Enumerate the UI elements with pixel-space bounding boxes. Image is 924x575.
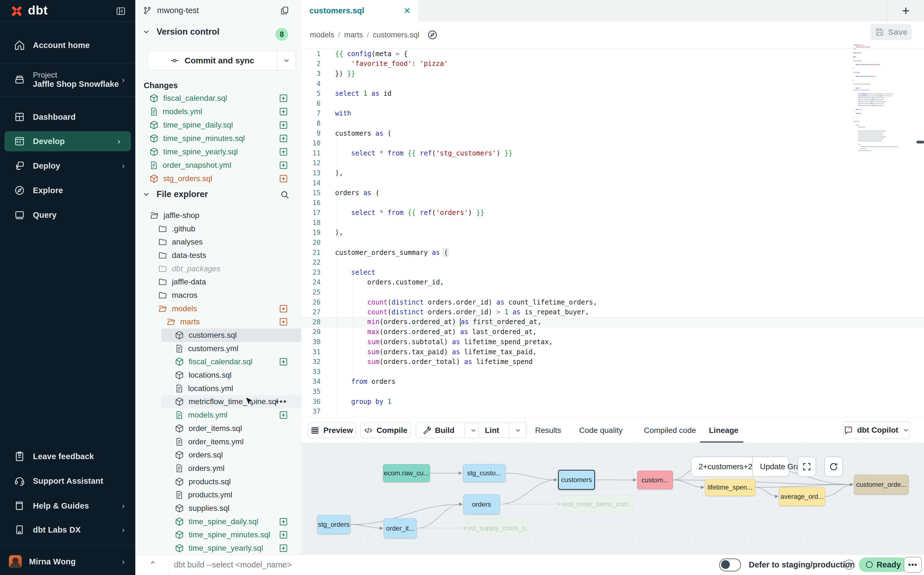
code-line-30[interactable]: 30 sum(orders.subtotal) as lifetime_spen…	[301, 337, 924, 347]
tree-item-customers-sql[interactable]: customers.sql	[161, 329, 301, 342]
code-line-6[interactable]: 6	[301, 98, 924, 109]
sidebar-item-help-guides[interactable]: Help & Guides ›	[0, 496, 135, 516]
lineage-node-cos[interactable]: customer_orde...	[854, 475, 909, 494]
lineage-node-stgc[interactable]: stg_custo...	[463, 464, 506, 482]
preview-button[interactable]: Preview	[308, 423, 356, 438]
build-button[interactable]: Build	[416, 423, 482, 438]
code-editor[interactable]: 1{{ config(meta = {2 'favorite_food': 'p…	[301, 49, 924, 417]
defer-toggle[interactable]	[719, 559, 741, 571]
change-row[interactable]: time_spine_minutes.sql	[135, 132, 301, 145]
code-line-8[interactable]: 8	[301, 118, 924, 129]
tree-item-metricflow-time-spine-sql[interactable]: metricflow_time_spine.sql•••	[161, 395, 301, 409]
tree-item-fiscal-calendar-sql[interactable]: fiscal_calendar.sql	[135, 355, 301, 369]
code-line-11[interactable]: 11 select * from {{ ref('stg_customers')…	[301, 148, 924, 158]
chevron-up-icon[interactable]: ⌃	[149, 560, 156, 569]
code-line-24[interactable]: 24 orders.customer_id,	[301, 278, 924, 288]
code-line-32[interactable]: 32 sum(orders.order_total) as lifetime_s…	[301, 357, 924, 367]
sidebar-item-dbt-labs-dx[interactable]: dbt Labs DX ›	[0, 520, 135, 540]
change-row[interactable]: order_snapshot.yml	[135, 159, 301, 172]
code-line-4[interactable]: 4	[301, 79, 924, 89]
lineage-search-input[interactable]: 2+customers+2	[691, 462, 753, 471]
tree-item-jaffle-shop[interactable]: jaffle-shop	[135, 209, 301, 222]
help-icon[interactable]: ?	[844, 560, 854, 570]
code-line-18[interactable]: 18	[301, 218, 924, 228]
tree-item-order-items-sql[interactable]: order_items.sql	[135, 422, 301, 435]
code-line-7[interactable]: 7with	[301, 109, 924, 119]
change-row[interactable]: fiscal_calendar.sql	[135, 92, 301, 105]
lineage-node-stgo[interactable]: stg_orders	[317, 515, 350, 534]
scrollbar-thumb[interactable]	[916, 141, 924, 143]
tree-item-order-items-yml[interactable]: order_items.yml	[135, 435, 301, 449]
file-explorer-header[interactable]: File explorer	[142, 189, 208, 199]
code-line-5[interactable]: 5select 1 as id	[301, 89, 924, 98]
code-line-2[interactable]: 2 'favorite_food': 'pizza'	[301, 59, 924, 69]
lineage-node-torder[interactable]: test_order_items_com...	[563, 495, 634, 513]
dbt-copilot-button[interactable]: dbt Copilot	[843, 421, 910, 439]
sidebar-item-leave-feedback[interactable]: Leave feedback	[0, 446, 135, 466]
branch-name[interactable]: mwong-test	[157, 6, 199, 15]
stage-file-button[interactable]	[279, 107, 288, 116]
tree-item-time-spine-minutes-sql[interactable]: time_spine_minutes.sql	[135, 528, 301, 542]
code-line-12[interactable]: 12	[301, 158, 924, 168]
more-options-button[interactable]: •••	[904, 557, 922, 572]
tree-item-locations-yml[interactable]: locations.yml	[135, 382, 301, 395]
stage-file-button[interactable]	[279, 543, 288, 553]
code-line-37[interactable]: 37	[301, 407, 924, 416]
tab-compiled-code[interactable]: Compiled code	[644, 418, 696, 443]
lineage-node-orders[interactable]: orders	[463, 494, 500, 514]
code-line-25[interactable]: 25	[301, 287, 924, 297]
stage-file-button[interactable]	[279, 147, 288, 157]
sidebar-item-query[interactable]: Query	[0, 205, 135, 225]
code-line-26[interactable]: 26 count(distinct orders.order_id) as co…	[301, 297, 924, 307]
tree-item-models[interactable]: models	[135, 302, 301, 315]
commit-and-sync-button[interactable]: Commit and sync	[147, 51, 296, 70]
change-row[interactable]: time_spine_daily.sql	[135, 118, 301, 132]
tree-item-jaffle-data[interactable]: jaffle-data	[135, 275, 301, 289]
sidebar-item-deploy[interactable]: Deploy ›	[0, 156, 135, 176]
code-line-20[interactable]: 20	[301, 238, 924, 248]
command-input[interactable]: dbt build --select <model_name>	[174, 560, 292, 569]
code-line-1[interactable]: 1{{ config(meta = {	[301, 49, 924, 59]
minimap[interactable]	[853, 44, 917, 154]
tab-code-quality[interactable]: Code quality	[579, 418, 623, 443]
sidebar-item-explore[interactable]: Explore	[0, 180, 135, 200]
lineage-node-raw[interactable]: ecom.raw_cu...	[383, 464, 430, 482]
version-control-header[interactable]: Version control	[142, 27, 220, 37]
lineage-node-tsupply[interactable]: test_supply_costs_s...	[468, 518, 528, 538]
code-line-28[interactable]: 28 min(orders.ordered_at) as first_order…	[301, 317, 924, 327]
change-row[interactable]: stg_orders.sql	[135, 172, 301, 185]
code-line-29[interactable]: 29 max(orders.ordered_at) as last_ordere…	[301, 327, 924, 337]
code-line-10[interactable]: 10	[301, 138, 924, 148]
stage-file-button[interactable]	[279, 530, 288, 540]
new-tab-button[interactable]: +	[893, 0, 918, 21]
code-line-31[interactable]: 31 sum(orders.tax_paid) as lifetime_tax_…	[301, 347, 924, 357]
fullscreen-button[interactable]	[797, 457, 816, 477]
sidebar-item-develop[interactable]: Develop ›	[5, 131, 131, 151]
stage-file-button[interactable]	[279, 120, 288, 130]
stage-file-button[interactable]	[279, 410, 288, 420]
lineage-search[interactable]: 2+customers+2 Update Graph	[691, 457, 789, 477]
code-line-9[interactable]: 9customers as (	[301, 129, 924, 138]
explore-lineage-icon[interactable]	[427, 30, 438, 40]
tree-item-data-tests[interactable]: data-tests	[135, 249, 301, 262]
search-icon[interactable]	[280, 190, 290, 200]
sidebar-item-dashboard[interactable]: Dashboard	[0, 107, 135, 127]
code-line-23[interactable]: 23 select	[301, 267, 924, 278]
code-line-27[interactable]: 27 count(distinct orders.order_id) > 1 a…	[301, 307, 924, 317]
tree-item-macros[interactable]: macros	[135, 289, 301, 302]
tree-item-products-yml[interactable]: products.yml	[135, 488, 301, 502]
file-menu-button[interactable]: •••	[276, 397, 287, 407]
tree-item--github[interactable]: .github	[135, 222, 301, 235]
stage-file-button[interactable]	[279, 94, 288, 103]
code-line-36[interactable]: 36 group by 1	[301, 397, 924, 407]
tree-item-supplies-sql[interactable]: supplies.sql	[135, 502, 301, 515]
code-line-21[interactable]: 21customer_orders_summary as (	[301, 248, 924, 257]
tree-item-orders-yml[interactable]: orders.yml	[135, 462, 301, 475]
tree-item-time-spine-daily-sql[interactable]: time_spine_daily.sql	[135, 515, 301, 528]
tree-item-models-yml[interactable]: models.yml	[135, 408, 301, 422]
lint-button[interactable]: Lint	[479, 423, 527, 438]
stage-file-button[interactable]	[279, 357, 288, 367]
sidebar-item-account-home[interactable]: Account home	[0, 27, 135, 63]
tree-item-marts[interactable]: marts	[135, 315, 301, 329]
code-line-3[interactable]: 3}) }}	[301, 69, 924, 79]
